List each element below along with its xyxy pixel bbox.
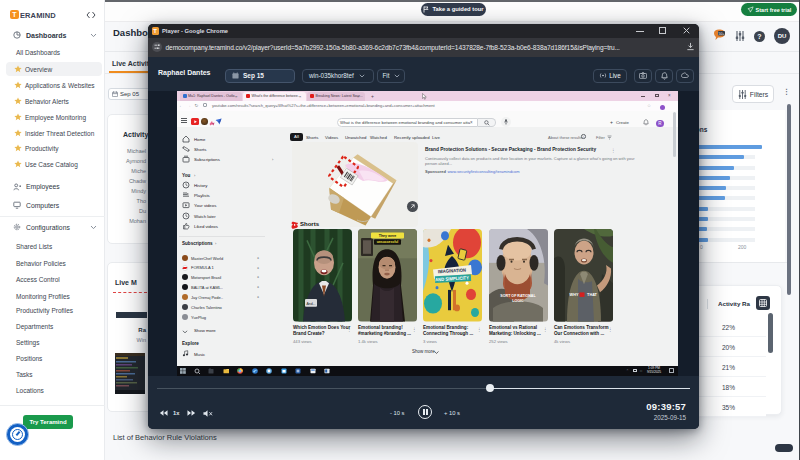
svg-text:50+: 50+ [719, 32, 725, 36]
svg-text:WHY: WHY [570, 292, 579, 297]
svg-text:They were: They were [379, 234, 397, 238]
svg-text:LOGIC: LOGIC [512, 299, 524, 303]
svg-text:SORT OF RATIONAL: SORT OF RATIONAL [500, 294, 536, 298]
svg-text:And...: And... [306, 301, 315, 305]
svg-text:unsuccessful: unsuccessful [377, 240, 399, 244]
svg-text:THAT: THAT [587, 292, 597, 297]
